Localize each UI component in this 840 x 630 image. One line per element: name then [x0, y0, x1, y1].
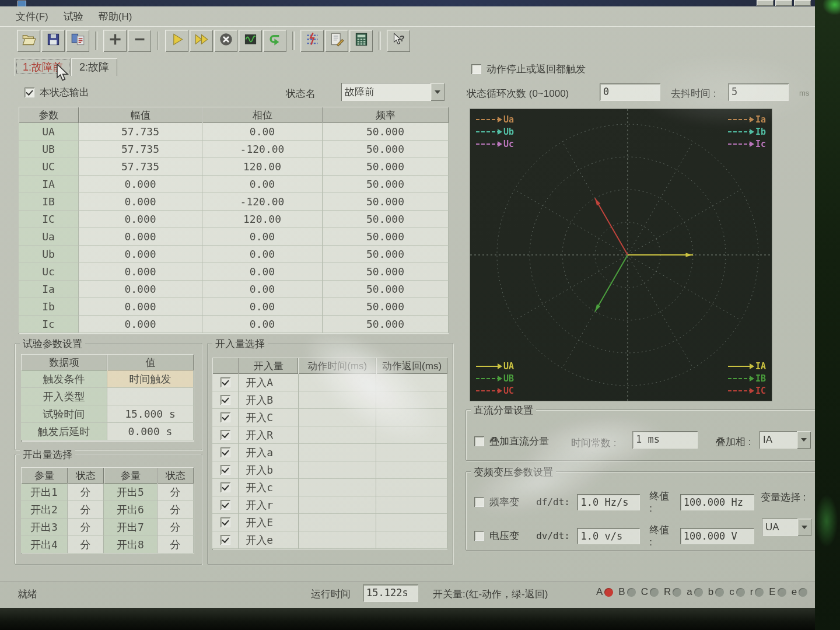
output-state-cell[interactable]: 分	[158, 484, 194, 501]
value-cell[interactable]: 0.00	[202, 263, 323, 281]
toolbar-button-start[interactable]	[165, 30, 188, 52]
toolbar-button-undo[interactable]	[263, 30, 286, 52]
menu-item[interactable]: 文件(F)	[8, 8, 56, 26]
output-name-cell[interactable]: 开出8	[104, 536, 158, 554]
value-cell[interactable]: -120.00	[202, 193, 323, 211]
close-button[interactable]	[794, 0, 811, 6]
value-cell[interactable]: 50.000	[323, 281, 449, 298]
output-name-cell[interactable]: 开出5	[104, 484, 158, 501]
value-cell[interactable]: 0.00	[202, 298, 323, 316]
output-name-cell[interactable]: 开出6	[104, 501, 158, 519]
value-cell[interactable]: 0.00	[202, 228, 323, 246]
value-cell[interactable]: 0.000	[79, 211, 202, 228]
output-name-cell[interactable]: 开出2	[21, 501, 68, 519]
binary-input-checkbox[interactable]	[220, 535, 230, 545]
value-cell[interactable]: 50.000	[323, 193, 449, 211]
value-cell[interactable]: 50.000	[323, 316, 449, 333]
value-cell[interactable]: 0.00	[202, 176, 323, 193]
trigger-mode-checkbox[interactable]	[471, 64, 481, 74]
value-cell[interactable]: 50.000	[323, 246, 449, 263]
toolbar-button-balance[interactable]	[300, 30, 324, 52]
binary-input-checkbox[interactable]	[220, 465, 230, 475]
state-name-select[interactable]: 故障前	[341, 83, 444, 101]
data-value-cell[interactable]: 0.000 s	[107, 423, 194, 440]
data-value-cell[interactable]: 15.000 s	[107, 405, 194, 423]
time-constant-input[interactable]: 1 ms	[632, 431, 698, 449]
output-name-cell[interactable]: 开出7	[104, 519, 158, 536]
output-state-cell[interactable]: 分	[158, 501, 194, 519]
output-state-cell[interactable]: 分	[68, 536, 104, 554]
data-value-cell[interactable]	[107, 388, 194, 405]
binary-input-checkbox[interactable]	[220, 430, 230, 440]
value-cell[interactable]: 57.735	[79, 158, 202, 176]
output-name-cell[interactable]: 开出3	[21, 519, 68, 536]
value-cell[interactable]: 0.00	[202, 281, 323, 298]
output-name-cell[interactable]: 开出4	[21, 536, 68, 554]
freq-end-input[interactable]: 100.000 Hz	[680, 494, 754, 510]
value-cell[interactable]: 50.000	[323, 123, 449, 141]
value-cell[interactable]: 120.00	[202, 158, 323, 176]
value-cell[interactable]: 0.00	[202, 246, 323, 263]
value-cell[interactable]: 0.000	[79, 281, 202, 298]
voltage-change-checkbox[interactable]	[474, 531, 484, 541]
binary-input-checkbox[interactable]	[220, 500, 230, 510]
freq-change-checkbox[interactable]	[474, 497, 484, 507]
value-cell[interactable]: 0.000	[79, 176, 202, 193]
dfdt-input[interactable]: 1.0 Hz/s	[577, 494, 640, 510]
toolbar-button-add[interactable]	[103, 30, 127, 52]
toolbar-button-save[interactable]	[41, 30, 65, 52]
toolbar-button-help[interactable]: ?	[387, 30, 410, 52]
output-state-cell[interactable]: 分	[68, 484, 104, 501]
toolbar-button-export[interactable]	[66, 30, 89, 52]
value-cell[interactable]: 50.000	[323, 228, 449, 246]
chevron-down-icon[interactable]	[430, 83, 444, 101]
output-state-cell[interactable]: 分	[68, 501, 104, 519]
value-cell[interactable]: 120.00	[202, 211, 323, 228]
state-output-checkbox[interactable]	[24, 88, 34, 97]
voltage-end-input[interactable]: 100.000 V	[680, 528, 754, 544]
toolbar-button-calculator[interactable]	[349, 30, 373, 52]
toolbar-button-stop[interactable]	[214, 30, 237, 52]
dc-superimpose-checkbox[interactable]	[474, 436, 484, 446]
value-cell[interactable]: 0.000	[79, 316, 202, 333]
output-state-cell[interactable]: 分	[158, 536, 194, 554]
value-cell[interactable]: 0.000	[79, 298, 202, 316]
value-cell[interactable]: -120.00	[202, 141, 323, 158]
value-cell[interactable]: 50.000	[323, 158, 449, 176]
superimpose-phase-select[interactable]: IA	[760, 431, 811, 449]
output-state-cell[interactable]: 分	[158, 519, 194, 536]
value-cell[interactable]: 0.00	[202, 316, 323, 333]
binary-input-checkbox[interactable]	[220, 482, 230, 492]
output-name-cell[interactable]: 开出1	[21, 484, 68, 501]
menu-item[interactable]: 帮助(H)	[91, 8, 140, 26]
toolbar-button-waveform[interactable]	[239, 30, 262, 52]
value-cell[interactable]: 50.000	[323, 176, 449, 193]
dvdt-input[interactable]: 1.0 v/s	[577, 528, 640, 544]
toolbar-button-remove[interactable]	[128, 30, 151, 52]
value-cell[interactable]: 50.000	[323, 263, 449, 281]
binary-input-checkbox[interactable]	[220, 377, 230, 387]
output-state-cell[interactable]: 分	[68, 519, 104, 536]
value-cell[interactable]: 0.000	[79, 193, 202, 211]
toolbar-button-report[interactable]	[325, 30, 348, 52]
value-cell[interactable]: 57.735	[79, 123, 202, 141]
binary-input-checkbox[interactable]	[220, 412, 230, 422]
binary-input-checkbox[interactable]	[220, 517, 230, 527]
tab-state-2[interactable]: 2:故障	[71, 58, 117, 76]
menu-item[interactable]: 试验	[56, 8, 91, 26]
binary-input-checkbox[interactable]	[220, 447, 230, 457]
value-cell[interactable]: 50.000	[323, 211, 449, 228]
data-value-cell[interactable]: 时间触发	[107, 370, 194, 388]
binary-input-checkbox[interactable]	[220, 395, 230, 405]
cycle-count-input[interactable]: 0	[600, 83, 660, 101]
variable-select[interactable]: UA	[762, 519, 811, 536]
value-cell[interactable]: 0.000	[79, 228, 202, 246]
minimize-button[interactable]	[757, 0, 774, 6]
toolbar-button-open[interactable]	[17, 30, 40, 52]
value-cell[interactable]: 0.000	[79, 263, 202, 281]
toolbar-button-fast-forward[interactable]	[190, 30, 213, 52]
value-cell[interactable]: 50.000	[323, 298, 449, 316]
value-cell[interactable]: 50.000	[323, 141, 449, 158]
maximize-button[interactable]	[775, 0, 792, 6]
debounce-input[interactable]: 5	[728, 83, 789, 101]
